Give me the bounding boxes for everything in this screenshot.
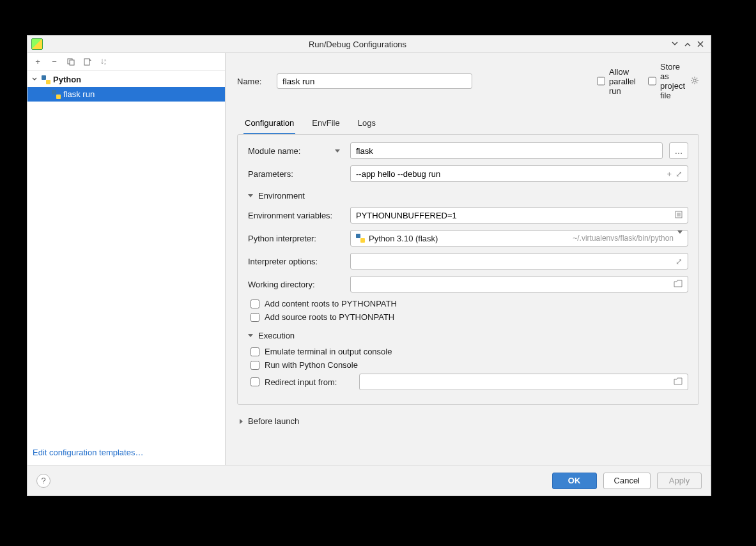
module-label-dropdown[interactable]: Module name:	[248, 146, 344, 156]
sidebar-toolbar: + − az	[27, 53, 225, 71]
parameters-input[interactable]: + ⤢	[350, 165, 688, 182]
ok-button[interactable]: OK	[552, 473, 597, 489]
chevron-down-icon	[248, 194, 253, 197]
interpreter-row: Python interpreter: Python 3.10 (flask) …	[248, 230, 688, 246]
close-button[interactable]	[694, 38, 707, 50]
main-panel: Name: Allow parallel run Store as projec…	[226, 53, 711, 465]
python-icon	[356, 234, 365, 243]
chevron-down-icon	[674, 234, 683, 243]
plus-icon[interactable]: +	[663, 169, 672, 179]
module-name-input[interactable]	[350, 142, 663, 159]
tree-category-label: Python	[53, 75, 81, 84]
cancel-button[interactable]: Cancel	[603, 473, 651, 489]
gear-icon[interactable]	[690, 76, 699, 87]
emulate-terminal-checkbox[interactable]: Emulate terminal in output console	[251, 347, 688, 356]
redirect-input-field[interactable]	[359, 374, 688, 390]
tree-item-label: flask run	[63, 89, 95, 99]
remove-config-button[interactable]: −	[49, 57, 59, 67]
copy-config-button[interactable]	[66, 57, 76, 67]
folder-icon[interactable]	[670, 280, 683, 289]
configuration-panel: Module name: … Parameters: + ⤢	[237, 134, 699, 405]
interp-options-row: Interpreter options: ⤢	[248, 253, 688, 269]
svg-line-10	[692, 77, 693, 78]
dialog-body: + − az Python flask run Edit configurati…	[27, 52, 711, 465]
tree-item-flask-run[interactable]: flask run	[27, 87, 225, 102]
working-dir-row: Working directory:	[248, 276, 688, 292]
name-label: Name:	[237, 77, 266, 86]
list-icon[interactable]	[671, 211, 683, 220]
dialog-footer: ? OK Cancel Apply	[27, 465, 711, 496]
chevron-down-icon	[248, 334, 253, 337]
tabs: Configuration EnvFile Logs	[237, 114, 699, 135]
run-python-console-checkbox[interactable]: Run with Python Console	[251, 360, 688, 370]
svg-point-5	[693, 79, 696, 81]
allow-parallel-checkbox[interactable]: Allow parallel run	[597, 67, 626, 96]
folder-icon[interactable]	[670, 377, 683, 387]
redirect-input-row: Redirect input from:	[251, 374, 688, 390]
add-source-roots-checkbox[interactable]: Add source roots to PYTHONPATH	[251, 312, 688, 322]
redirect-input-checkbox[interactable]	[251, 377, 259, 386]
svg-line-12	[697, 77, 697, 78]
chevron-down-icon	[335, 149, 340, 153]
tab-logs[interactable]: Logs	[357, 114, 377, 135]
parameters-label: Parameters:	[248, 169, 344, 179]
config-tree[interactable]: Python flask run	[27, 71, 225, 443]
minimize-button[interactable]	[668, 38, 681, 50]
run-debug-dialog: Run/Debug Configurations + − az Python	[27, 35, 711, 496]
sort-config-button[interactable]: az	[99, 57, 109, 67]
store-project-checkbox[interactable]: Store as project file	[648, 62, 677, 100]
module-name-row: Module name: …	[248, 142, 688, 159]
env-vars-input[interactable]	[350, 207, 688, 224]
pycharm-icon	[31, 38, 43, 50]
save-config-button[interactable]	[82, 57, 93, 67]
svg-line-13	[692, 82, 693, 82]
python-icon	[42, 75, 50, 84]
environment-section-header[interactable]: Environment	[248, 191, 688, 201]
execution-section-header[interactable]: Execution	[248, 331, 688, 340]
chevron-right-icon	[240, 419, 243, 424]
working-dir-input[interactable]	[350, 276, 688, 292]
interpreter-dropdown[interactable]: Python 3.10 (flask) ~/.virtualenvs/flask…	[350, 230, 688, 246]
python-icon	[52, 90, 61, 99]
env-vars-label: Environment variables:	[248, 211, 344, 220]
help-button[interactable]: ?	[36, 474, 50, 488]
add-config-button[interactable]: +	[33, 57, 43, 67]
sidebar: + − az Python flask run Edit configurati…	[27, 53, 226, 465]
svg-rect-2	[84, 59, 89, 65]
svg-rect-1	[70, 60, 74, 65]
titlebar: Run/Debug Configurations	[27, 36, 711, 52]
name-input[interactable]	[277, 73, 472, 89]
env-vars-row: Environment variables:	[248, 207, 688, 224]
chevron-down-icon	[31, 75, 39, 84]
svg-text:z: z	[104, 62, 106, 66]
interp-options-label: Interpreter options:	[248, 257, 344, 266]
expand-icon[interactable]: ⤢	[672, 169, 683, 179]
tree-category-python[interactable]: Python	[27, 72, 225, 87]
module-browse-button[interactable]: …	[669, 142, 688, 159]
working-dir-label: Working directory:	[248, 280, 344, 289]
tab-configuration[interactable]: Configuration	[243, 114, 295, 135]
apply-button: Apply	[657, 473, 702, 489]
edit-templates-link[interactable]: Edit configuration templates…	[27, 443, 225, 465]
interpreter-label: Python interpreter:	[248, 234, 344, 243]
parameters-row: Parameters: + ⤢	[248, 165, 688, 182]
interpreter-path: ~/.virtualenvs/flask/bin/python	[573, 234, 674, 243]
maximize-button[interactable]	[681, 38, 694, 50]
expand-icon[interactable]: ⤢	[672, 257, 683, 266]
add-content-roots-checkbox[interactable]: Add content roots to PYTHONPATH	[251, 299, 688, 308]
window-title: Run/Debug Configurations	[47, 40, 668, 49]
name-row: Name: Allow parallel run Store as projec…	[237, 62, 699, 100]
svg-line-11	[697, 82, 697, 82]
before-launch-section[interactable]: Before launch	[240, 416, 699, 426]
interp-options-input[interactable]: ⤢	[350, 253, 688, 269]
tab-envfile[interactable]: EnvFile	[311, 114, 341, 135]
